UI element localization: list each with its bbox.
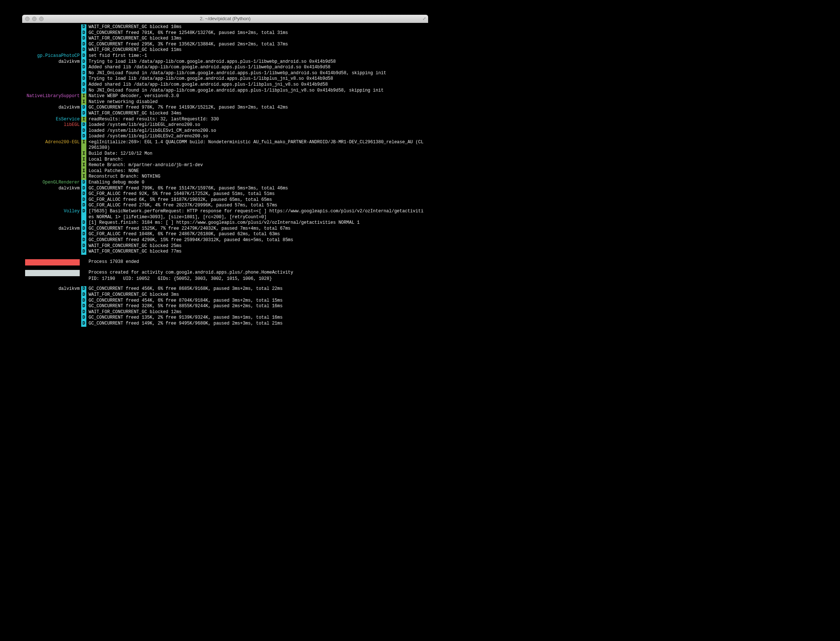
process-banner: Process 17038 ended <box>25 259 425 266</box>
log-message: GC_CONCURRENT freed 1525K, 7% free 22479… <box>88 226 425 232</box>
log-row: VolleyD[75635] BasicNetwork.performReque… <box>25 209 425 220</box>
log-tag: dalvikvm <box>25 226 81 232</box>
log-tag <box>25 47 81 53</box>
log-tag: NativeLibrarySupport <box>25 93 81 99</box>
log-level-badge: D <box>81 30 86 36</box>
log-tag <box>25 243 81 249</box>
log-tag <box>25 174 81 180</box>
log-row: DAdded shared lib /data/app-lib/com.goog… <box>25 64 425 71</box>
log-level-badge: I <box>81 151 86 157</box>
log-level-badge: D <box>81 82 86 88</box>
log-message: Local Patches: NONE <box>88 168 425 174</box>
log-level-badge: D <box>81 36 86 42</box>
log-message: WAIT_FOR_CONCURRENT_GC blocked 3ms <box>88 292 425 298</box>
log-row: Adreno200-EGLI<eglInitialize:269>: EGL 1… <box>25 140 425 151</box>
log-message: GC_CONCURRENT freed 701K, 6% free 12548K… <box>88 30 425 36</box>
log-row: dalvikvmDGC_CONCURRENT freed 456K, 6% fr… <box>25 286 425 292</box>
log-level-badge: D <box>81 59 86 65</box>
log-message: GC_CONCURRENT freed 456K, 6% free 8685K/… <box>88 286 425 292</box>
banner-bar <box>25 270 80 276</box>
log-tag <box>25 237 81 243</box>
log-message: Native WEBP decoder, version=0.3.0 <box>88 93 425 99</box>
log-row: NativeLibrarySupportINative WEBP decoder… <box>25 93 425 99</box>
plain-message: PID: 17190 UID: 10052 GIDs: {50052, 3003… <box>88 276 425 282</box>
log-row: DGC_CONCURRENT freed 4290K, 15% free 259… <box>25 237 425 243</box>
log-tag: dalvikvm <box>25 286 81 292</box>
log-row: INative networking disabled <box>25 99 425 105</box>
log-tag <box>25 197 81 203</box>
log-tag <box>25 157 81 163</box>
blank-line <box>25 255 425 259</box>
log-message: GC_CONCURRENT freed 295K, 3% free 13562K… <box>88 42 425 48</box>
log-message: GC_FOR_ALLOC freed 92K, 5% free 16407K/1… <box>88 191 425 197</box>
log-tag <box>25 134 81 140</box>
log-tag <box>25 191 81 197</box>
log-message: WAIT_FOR_CONCURRENT_GC blocked 11ms <box>88 47 425 53</box>
log-tag: libEGL <box>25 122 81 128</box>
log-level-badge: D <box>81 298 86 304</box>
log-row: DWAIT_FOR_CONCURRENT_GC blocked 3ms <box>25 292 425 298</box>
log-level-badge: I <box>81 99 86 105</box>
log-level-badge: I <box>81 163 86 168</box>
log-message: readResults: read results: 32, lastReque… <box>88 117 425 122</box>
log-row: DNo JNI_OnLoad found in /data/app-lib/co… <box>25 71 425 76</box>
log-tag <box>25 76 81 82</box>
log-message: GC_CONCURRENT freed 978K, 7% free 14193K… <box>88 105 425 111</box>
log-tag <box>25 71 81 76</box>
log-tag: Volley <box>25 209 81 220</box>
log-row: DGC_FOR_ALLOC freed 92K, 5% free 16407K/… <box>25 191 425 197</box>
log-tag: dalvikvm <box>25 105 81 111</box>
terminal-output[interactable]: DWAIT_FOR_CONCURRENT_GC blocked 10msDGC_… <box>22 23 428 334</box>
log-level-badge: D <box>81 315 86 321</box>
log-row: DWAIT_FOR_CONCURRENT_GC blocked 10ms <box>25 24 425 30</box>
plain-line: PID: 17190 UID: 10052 GIDs: {50052, 3003… <box>25 276 425 282</box>
log-tag <box>25 128 81 134</box>
log-tag <box>25 298 81 304</box>
expand-icon[interactable]: ⤢ <box>422 16 426 21</box>
log-level-badge: I <box>81 93 86 99</box>
log-row: DNo JNI_OnLoad found in /data/app-lib/co… <box>25 88 425 94</box>
log-row: IBuild Date: 12/10/12 Mon <box>25 151 425 157</box>
log-message: GC_CONCURRENT freed 135K, 2% free 9139K/… <box>88 315 425 321</box>
log-tag <box>25 232 81 237</box>
log-tag <box>25 99 81 105</box>
log-level-badge: D <box>81 111 86 117</box>
log-level-badge: D <box>81 180 86 186</box>
log-message: loaded /system/lib/egl/libEGL_adreno200.… <box>88 122 425 128</box>
log-row: gp.PicasaPhotoCPDset fsid first time:-1 <box>25 53 425 59</box>
log-level-badge: D <box>81 53 86 59</box>
log-message: <eglInitialize:269>: EGL 1.4 QUALCOMM bu… <box>88 140 425 151</box>
blank-line <box>25 266 425 270</box>
blank-line <box>25 282 425 286</box>
log-level-badge: D <box>81 203 86 209</box>
log-message: GC_CONCURRENT freed 454K, 6% free 8704K/… <box>88 298 425 304</box>
log-level-badge: D <box>81 226 86 232</box>
log-row: DWAIT_FOR_CONCURRENT_GC blocked 12ms <box>25 309 425 315</box>
log-message: Added shared lib /data/app-lib/com.googl… <box>88 82 425 88</box>
log-message: Enabling debug mode 0 <box>88 180 425 186</box>
log-message: WAIT_FOR_CONCURRENT_GC blocked 10ms <box>88 24 425 30</box>
log-message: GC_CONCURRENT freed 799K, 6% free 15147K… <box>88 186 425 192</box>
log-message: Native networking disabled <box>88 99 425 105</box>
log-row: DGC_CONCURRENT freed 149K, 2% free 9495K… <box>25 321 425 327</box>
log-row: EsServiceIreadResults: read results: 32,… <box>25 117 425 122</box>
log-tag: dalvikvm <box>25 59 81 65</box>
log-level-badge: D <box>81 303 86 309</box>
log-tag: EsService <box>25 117 81 122</box>
log-tag <box>25 30 81 36</box>
log-tag <box>25 24 81 30</box>
log-row: IRemote Branch: m/partner-android/jb-mr1… <box>25 163 425 168</box>
log-tag <box>25 151 81 157</box>
log-message: GC_CONCURRENT freed 149K, 2% free 9495K/… <box>88 321 425 327</box>
log-message: No JNI_OnLoad found in /data/app-lib/com… <box>88 88 425 94</box>
log-message: Added shared lib /data/app-lib/com.googl… <box>88 64 425 71</box>
log-row: ILocal Branch: <box>25 157 425 163</box>
log-row: Dloaded /system/lib/egl/libGLESv2_adreno… <box>25 134 425 140</box>
log-message: Remote Branch: m/partner-android/jb-mr1-… <box>88 163 425 168</box>
log-level-badge: D <box>81 24 86 30</box>
log-tag: dalvikvm <box>25 186 81 192</box>
log-message: Trying to load lib /data/app-lib/com.goo… <box>88 76 425 82</box>
log-row: DGC_CONCURRENT freed 295K, 3% free 13562… <box>25 42 425 48</box>
log-level-badge: D <box>81 197 86 203</box>
log-message: Build Date: 12/10/12 Mon <box>88 151 425 157</box>
